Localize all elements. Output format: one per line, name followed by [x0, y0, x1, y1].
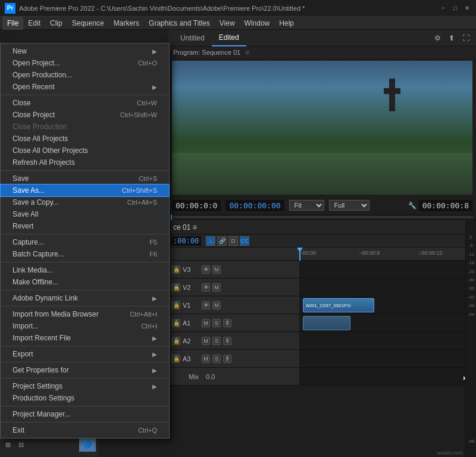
ripple-icon[interactable]: CC — [240, 236, 249, 246]
track-eye-v1[interactable]: 👁 — [202, 301, 210, 309]
video-display — [172, 61, 472, 195]
track-solo-a1[interactable]: S — [212, 319, 221, 327]
track-lock-a3[interactable]: 🔒 — [172, 355, 180, 363]
menu-close-all-projects[interactable]: Close All Projects — [1, 133, 169, 145]
track-mute-a1[interactable]: M — [202, 319, 210, 327]
snap-icon[interactable]: ⊥ — [206, 236, 215, 246]
menu-open-recent[interactable]: Open Recent ▶ — [1, 81, 169, 93]
monitor-settings-icon[interactable]: ⚙ — [432, 33, 443, 43]
menu-link-media[interactable]: Link Media... — [1, 264, 169, 276]
menu-export[interactable]: Export ▶ — [1, 348, 169, 360]
track-a2: 🔒 A2 M S 🎙 — [168, 332, 476, 350]
menu-import-media-browser[interactable]: Import from Media Browser Ctrl+Alt+I — [1, 308, 169, 320]
close-button[interactable]: ✕ — [463, 4, 471, 12]
menu-item-clip[interactable]: Clip — [45, 17, 67, 30]
track-lock-v2[interactable]: 🔒 — [172, 283, 180, 292]
track-mute-v1[interactable]: M — [212, 301, 221, 309]
menu-project-manager[interactable]: Project Manager... — [1, 408, 169, 420]
timeline-timecode[interactable]: :00:00 — [171, 236, 201, 246]
audio-clip-a1[interactable] — [303, 316, 350, 330]
timeline-tab-sequence[interactable]: ce 01 ≡ — [173, 223, 197, 231]
list-view-icon[interactable]: ⊞ — [2, 440, 13, 450]
menu-make-offline[interactable]: Make Offline... — [1, 276, 169, 288]
menu-item-file[interactable]: File — [2, 17, 23, 30]
menu-close-project[interactable]: Close Project Ctrl+Shift+W — [1, 109, 169, 121]
playhead-triangle-icon — [297, 248, 303, 252]
menu-item-window[interactable]: Window — [240, 17, 275, 30]
menu-item-edit[interactable]: Edit — [23, 17, 45, 30]
menu-item-help[interactable]: Help — [274, 17, 299, 30]
track-eye-v2[interactable]: 👁 — [202, 283, 210, 292]
track-mute-v3[interactable]: M — [212, 265, 221, 274]
track-mic-a3[interactable]: 🎙 — [223, 355, 231, 363]
quality-selector[interactable]: Full Half Quarter — [329, 200, 369, 211]
menu-import[interactable]: Import... Ctrl+I — [1, 320, 169, 332]
menu-open-project[interactable]: Open Project... Ctrl+O — [1, 57, 169, 69]
menu-adobe-dynamic[interactable]: Adobe Dynamic Link ▶ — [1, 292, 169, 304]
monitor-fullscreen-icon[interactable]: ⛶ — [461, 33, 471, 43]
track-mic-a2[interactable]: 🎙 — [223, 337, 231, 345]
track-mic-a1[interactable]: 🎙 — [223, 319, 231, 327]
menu-import-recent[interactable]: Import Recent File ▶ — [1, 332, 169, 344]
track-lock-a2[interactable]: 🔒 — [172, 337, 180, 345]
window-controls: − □ ✕ — [439, 4, 471, 12]
track-lock-v1[interactable]: 🔒 — [172, 301, 180, 309]
ruler-playhead — [299, 248, 300, 261]
menu-item-sequence[interactable]: Sequence — [67, 17, 109, 30]
menu-item-graphics[interactable]: Graphics and Titles — [144, 17, 215, 30]
menu-batch-capture[interactable]: Batch Capture... F6 — [1, 248, 169, 260]
video-clip-a001[interactable]: A001_C037_0921FG — [303, 298, 374, 312]
fit-selector[interactable]: Fit 25% 50% 100% — [289, 200, 324, 211]
menu-project-settings[interactable]: Project Settings ▶ — [1, 380, 169, 392]
timecode-out[interactable]: 00:00:00:8 — [419, 200, 472, 211]
menu-production-settings[interactable]: Production Settings — [1, 392, 169, 404]
track-mute-a2[interactable]: M — [202, 337, 210, 345]
menu-item-markers[interactable]: Markers — [109, 17, 144, 30]
menu-save-copy[interactable]: Save a Copy... Ctrl+Alt+S — [1, 196, 169, 208]
track-content-v1[interactable]: A001_C037_0921FG — [299, 296, 476, 314]
track-mute-v2[interactable]: M — [212, 283, 221, 292]
menu-item-view[interactable]: View — [215, 17, 240, 30]
menu-save[interactable]: Save Ctrl+S — [1, 173, 169, 184]
menu-get-properties[interactable]: Get Properties for ▶ — [1, 364, 169, 376]
tab-untitled[interactable]: Untitled — [173, 30, 212, 46]
icon-view-icon[interactable]: ⊟ — [15, 440, 26, 450]
menu-save-all[interactable]: Save All — [1, 208, 169, 220]
maximize-button[interactable]: □ — [451, 4, 459, 12]
menu-open-production[interactable]: Open Production... — [1, 69, 169, 81]
menu-exit[interactable]: Exit Ctrl+Q — [1, 424, 169, 436]
menu-close-production: Close Production — [1, 121, 169, 133]
track-mute-a3[interactable]: M — [202, 355, 210, 363]
wrench-icon[interactable]: 🔧 — [408, 202, 416, 209]
linked-select-icon[interactable]: 🔗 — [217, 236, 227, 246]
menu-capture[interactable]: Capture... F5 — [1, 236, 169, 248]
vu-12: -12 — [468, 251, 475, 259]
right-panel: Untitled Edited ⚙ ⬆ ⛶ Program: Sequence … — [168, 30, 476, 457]
track-lock-a1[interactable]: 🔒 — [172, 319, 180, 327]
track-header-a2: 🔒 A2 M S 🎙 — [168, 332, 299, 349]
timecode-in[interactable]: 00:00:0:0 — [172, 200, 221, 211]
track-solo-a3[interactable]: S — [212, 355, 221, 363]
title-bar: Pr Adobe Premiere Pro 2022 - C:\Users\Sa… — [0, 0, 476, 17]
monitor-export-icon[interactable]: ⬆ — [446, 33, 457, 43]
menu-close[interactable]: Close Ctrl+W — [1, 97, 169, 109]
track-content-a1[interactable] — [299, 314, 476, 331]
menu-close-all-other[interactable]: Close All Other Projects — [1, 145, 169, 156]
menu-revert[interactable]: Revert — [1, 220, 169, 232]
track-lock-v3[interactable]: 🔒 — [172, 265, 180, 274]
track-eye-v3[interactable]: 👁 — [202, 265, 210, 274]
blue-button-icon[interactable]: 🔵 — [79, 439, 96, 452]
track-solo-a2[interactable]: S — [212, 337, 221, 345]
timecode-current[interactable]: 00:00:00:00 — [226, 200, 284, 211]
separator — [1, 406, 169, 406]
menu-refresh-all[interactable]: Refresh All Projects — [1, 156, 169, 168]
vu-db-label: dB — [469, 439, 475, 444]
track-select-icon[interactable]: ⊡ — [228, 236, 238, 246]
minimize-button[interactable]: − — [439, 4, 447, 12]
menu-save-as[interactable]: Save As... Ctrl+Shift+S — [1, 184, 169, 196]
separator — [1, 362, 169, 362]
track-header-a3: 🔒 A3 M S 🎙 — [168, 350, 299, 367]
monitor-menu-icon[interactable]: ≡ — [245, 48, 249, 57]
menu-new[interactable]: New ▶ — [1, 45, 169, 57]
tab-edited[interactable]: Edited — [212, 30, 246, 46]
